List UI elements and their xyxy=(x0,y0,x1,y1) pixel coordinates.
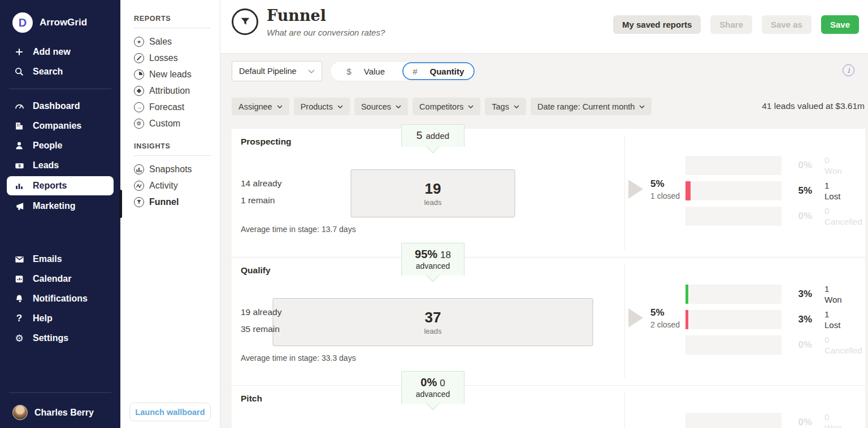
report-item-forecast[interactable]: → Forecast xyxy=(134,102,211,112)
sidebar-item-emails[interactable]: Emails xyxy=(0,250,120,268)
sidebar-item-settings[interactable]: ⚙ Settings xyxy=(0,329,120,347)
section-title-reports: REPORTS xyxy=(134,15,211,23)
stage-name: Qualify xyxy=(241,265,271,276)
chip-label: Sources xyxy=(361,102,391,111)
already-label: 19 already xyxy=(241,307,281,317)
stage-name: Pitch xyxy=(241,394,262,404)
share-button[interactable]: Share xyxy=(710,15,752,34)
outcome-label: Won xyxy=(824,294,842,305)
filter-chip-sources[interactable]: Sources xyxy=(354,98,408,115)
user-menu[interactable]: Charles Berry xyxy=(12,405,94,420)
chevron-down-icon xyxy=(277,105,283,108)
stage-leads-box[interactable]: 37 leads xyxy=(273,298,593,346)
launch-wallboard-button[interactable]: Launch wallboard xyxy=(129,403,211,421)
sidebar-item-marketing[interactable]: Marketing xyxy=(0,197,120,215)
stage-stats: 0% 0Won xyxy=(624,386,865,428)
my-saved-reports-button[interactable]: My saved reports xyxy=(613,15,701,34)
bar-chart-icon xyxy=(14,180,25,191)
already-label: 14 already xyxy=(241,178,281,189)
sidebar-item-search[interactable]: Search xyxy=(0,63,120,81)
outcome-pct: 0% xyxy=(786,339,812,351)
filter-chip-date-range[interactable]: Date range: Current month xyxy=(531,98,652,115)
chip-label: Assignee xyxy=(238,102,272,111)
outcome-pct: 3% xyxy=(786,289,812,300)
value-quantity-toggle: $ Value # Quantity xyxy=(330,61,476,81)
closed-pct: 5% xyxy=(650,307,680,318)
filter-chip-assignee[interactable]: Assignee xyxy=(232,98,289,115)
pie-circle-icon xyxy=(134,69,144,80)
outcome-label: Cancelled xyxy=(824,345,862,356)
brand-name: ArrowGrid xyxy=(40,17,87,28)
sidebar-item-add-new[interactable]: Add new xyxy=(0,43,120,61)
outcome-label: Lost xyxy=(824,191,840,202)
main-area: Funnel What are our conversion rates? My… xyxy=(220,0,868,428)
leads-unit: leads xyxy=(424,198,441,207)
outcome-label: Lost xyxy=(824,320,840,330)
pulse-circle-icon xyxy=(134,181,144,191)
report-item-label: Funnel xyxy=(149,197,179,207)
advanced-badge: 95%18 advanced xyxy=(401,243,465,276)
stage-stats: 5% 1 closed 0% 0Won 5% xyxy=(624,129,865,257)
page-title: Funnel xyxy=(267,7,326,24)
filter-chip-products[interactable]: Products xyxy=(294,98,350,115)
avg-time-label: Average time in stage: 33.3 days xyxy=(241,353,356,363)
sidebar-item-companies[interactable]: Companies xyxy=(0,117,120,135)
report-item-new-leads[interactable]: New leads xyxy=(134,69,211,80)
outcome-count: 0 xyxy=(824,155,842,165)
stage-leads-box[interactable]: 19 leads xyxy=(351,169,515,217)
outcome-pct: 0% xyxy=(786,211,812,222)
bars-circle-icon xyxy=(134,164,144,174)
chip-label: Tags xyxy=(492,102,509,111)
sidebar-item-leads[interactable]: $ Leads xyxy=(0,156,120,174)
sidebar-item-help[interactable]: ? Help xyxy=(0,309,120,327)
sidebar-item-reports[interactable]: Reports xyxy=(7,176,114,195)
sidebar-item-label: Notifications xyxy=(33,294,88,304)
outcome-pct: 0% xyxy=(786,417,812,428)
closed-summary: 5% 1 closed xyxy=(650,178,680,200)
sidebar-spacer xyxy=(0,217,120,248)
info-icon[interactable]: i xyxy=(843,64,854,76)
sidebar-item-label: Marketing xyxy=(33,201,76,211)
report-item-funnel[interactable]: Funnel xyxy=(134,197,211,207)
badge-label: added xyxy=(426,131,449,141)
chevron-down-icon xyxy=(468,105,474,108)
scrollbar-thumb[interactable] xyxy=(119,190,122,218)
sidebar-item-notifications[interactable]: Notifications xyxy=(0,290,120,308)
main-sidebar: D ArrowGrid Add new Search Dashboard xyxy=(0,0,120,428)
report-item-sales[interactable]: ★ Sales xyxy=(134,37,211,47)
sidebar-item-people[interactable]: People xyxy=(0,137,120,155)
outcome-count: 0 xyxy=(824,412,842,422)
report-item-losses[interactable]: Losses xyxy=(134,53,211,63)
sidebar-item-label: Settings xyxy=(33,333,68,343)
brand[interactable]: D ArrowGrid xyxy=(0,10,120,35)
outcome-pct: 5% xyxy=(786,185,812,196)
report-item-label: New leads xyxy=(149,69,192,80)
stage-pitch: 0%0 advanced Pitch 0% 0Won xyxy=(232,385,865,428)
chevron-down-icon xyxy=(639,105,645,108)
save-button[interactable]: Save xyxy=(821,15,859,34)
outcome-rows: 0% 0Won 5% 1Lost 0% 0Cance xyxy=(685,156,862,232)
pipeline-select-value: Default Pipeline xyxy=(239,67,297,76)
slash-circle-icon xyxy=(134,53,144,63)
report-item-custom[interactable]: ⚙ Custom xyxy=(134,119,211,129)
brand-logo-icon: D xyxy=(12,12,33,33)
section-title-insights: INSIGHTS xyxy=(134,142,211,150)
toggle-option-quantity[interactable]: # Quantity xyxy=(402,62,475,80)
toggle-option-value[interactable]: $ Value xyxy=(331,61,401,81)
arrow-circle-icon: → xyxy=(134,102,144,112)
outcome-label: Won xyxy=(824,422,842,428)
outcome-row-cancelled: 0% 0Cancelled xyxy=(685,335,862,355)
filter-chip-competitors[interactable]: Competitors xyxy=(413,98,480,115)
sidebar-item-calendar[interactable]: Calendar xyxy=(0,270,120,288)
pipeline-select[interactable]: Default Pipeline xyxy=(232,61,322,81)
report-item-snapshots[interactable]: Snapshots xyxy=(134,164,211,174)
report-item-attribution[interactable]: Attribution xyxy=(134,86,211,96)
save-as-button[interactable]: Save as xyxy=(762,15,811,34)
outcome-count: 1 xyxy=(824,283,842,294)
added-badge: 5added xyxy=(401,124,465,147)
megaphone-icon xyxy=(14,200,25,212)
report-item-activity[interactable]: Activity xyxy=(134,181,211,191)
filter-chip-tags[interactable]: Tags xyxy=(485,98,526,115)
outcome-bar-track xyxy=(685,335,782,355)
sidebar-item-dashboard[interactable]: Dashboard xyxy=(0,97,120,115)
